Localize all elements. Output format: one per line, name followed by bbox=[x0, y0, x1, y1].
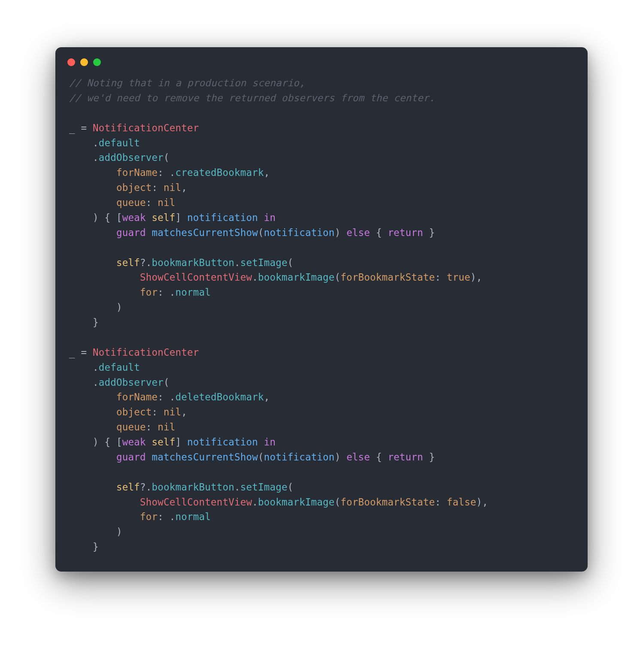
enum-case: normal bbox=[175, 287, 210, 298]
keyword: in bbox=[264, 436, 276, 448]
method: bookmarkImage bbox=[258, 496, 335, 508]
prop: bookmarkButton bbox=[152, 481, 234, 493]
qmark: ? bbox=[140, 481, 146, 493]
type-name: NotificationCenter bbox=[93, 347, 199, 358]
comma: , bbox=[264, 167, 270, 178]
comma: , bbox=[181, 182, 187, 193]
dot: . bbox=[146, 257, 152, 268]
close-brace: } bbox=[93, 317, 99, 328]
enum-case: createdBookmark bbox=[175, 167, 264, 178]
qmark: ? bbox=[140, 257, 146, 268]
param-label: queue bbox=[116, 197, 146, 208]
open-brace: { bbox=[376, 227, 382, 238]
comment-line: // we'd need to remove the returned obse… bbox=[69, 92, 435, 103]
open-paren: ( bbox=[288, 481, 294, 493]
open-bracket: [ bbox=[116, 212, 122, 223]
close-paren: ) bbox=[476, 496, 482, 508]
colon: : bbox=[146, 421, 152, 433]
window-titlebar bbox=[55, 47, 588, 76]
func-call: matchesCurrentShow bbox=[152, 227, 258, 238]
open-paren: ( bbox=[288, 257, 294, 268]
keyword: weak bbox=[122, 212, 146, 223]
colon: : bbox=[146, 197, 152, 208]
colon: : bbox=[158, 287, 164, 298]
self: self bbox=[116, 257, 140, 268]
underscore: _ bbox=[69, 347, 75, 358]
dot: . bbox=[170, 511, 176, 522]
open-paren: ( bbox=[164, 377, 170, 388]
nil: nil bbox=[158, 421, 175, 433]
method: setImage bbox=[240, 257, 288, 268]
eq: = bbox=[75, 122, 93, 133]
param-label: for bbox=[140, 287, 158, 298]
colon: : bbox=[158, 511, 164, 522]
nil: nil bbox=[158, 197, 175, 208]
type-name: ShowCellContentView bbox=[140, 496, 252, 508]
open-brace: { bbox=[105, 212, 111, 223]
arg: notification bbox=[264, 227, 335, 238]
eq: = bbox=[75, 347, 93, 358]
close-paren: ) bbox=[116, 526, 122, 537]
open-paren: ( bbox=[258, 451, 264, 463]
open-brace: { bbox=[105, 436, 111, 448]
close-paren: ) bbox=[116, 302, 122, 313]
dot: . bbox=[170, 167, 176, 178]
comma: , bbox=[476, 272, 482, 283]
dot: . bbox=[93, 377, 99, 388]
comment-line: // Noting that in a production scenario, bbox=[69, 77, 305, 88]
enum-case: deletedBookmark bbox=[175, 391, 264, 403]
colon: : bbox=[435, 272, 441, 283]
keyword: return bbox=[388, 227, 423, 238]
enum-case: normal bbox=[175, 511, 210, 522]
keyword: in bbox=[264, 212, 276, 223]
close-paren: ) bbox=[93, 212, 99, 223]
dot: . bbox=[252, 272, 258, 283]
type-name: NotificationCenter bbox=[93, 122, 199, 133]
nil: nil bbox=[164, 182, 181, 193]
close-brace: } bbox=[429, 227, 435, 238]
close-bracket: ] bbox=[176, 436, 182, 448]
dot: . bbox=[234, 481, 240, 493]
method: addObserver bbox=[99, 377, 164, 388]
comma: , bbox=[482, 496, 488, 508]
zoom-icon[interactable] bbox=[93, 58, 101, 66]
dot: . bbox=[146, 481, 152, 493]
keyword: guard bbox=[116, 227, 146, 238]
identifier: notification bbox=[187, 212, 258, 223]
close-paren: ) bbox=[470, 272, 476, 283]
dot: . bbox=[252, 496, 258, 508]
method: bookmarkImage bbox=[258, 272, 335, 283]
nil: nil bbox=[164, 406, 181, 418]
self: self bbox=[116, 481, 140, 493]
colon: : bbox=[435, 496, 441, 508]
prop: bookmarkButton bbox=[152, 257, 234, 268]
param-label: object bbox=[116, 182, 152, 193]
close-paren: ) bbox=[335, 227, 341, 238]
type-name: ShowCellContentView bbox=[140, 272, 252, 283]
colon: : bbox=[152, 406, 158, 418]
dot: . bbox=[93, 362, 99, 373]
close-paren: ) bbox=[335, 451, 341, 463]
dot: . bbox=[170, 287, 176, 298]
param-label: queue bbox=[116, 421, 146, 433]
open-paren: ( bbox=[335, 272, 341, 283]
bool: false bbox=[447, 496, 476, 508]
code-window: // Noting that in a production scenario,… bbox=[55, 47, 588, 572]
close-brace: } bbox=[429, 451, 435, 463]
minimize-icon[interactable] bbox=[80, 58, 88, 66]
param-label: forName bbox=[116, 167, 158, 178]
prop: default bbox=[99, 137, 140, 148]
code-block: // Noting that in a production scenario,… bbox=[55, 76, 588, 554]
arg: notification bbox=[264, 451, 335, 463]
bool: true bbox=[447, 272, 470, 283]
keyword: else bbox=[346, 227, 370, 238]
close-icon[interactable] bbox=[67, 58, 75, 66]
identifier: notification bbox=[187, 436, 258, 448]
open-paren: ( bbox=[258, 227, 264, 238]
dot: . bbox=[93, 137, 99, 148]
open-bracket: [ bbox=[116, 436, 122, 448]
close-brace: } bbox=[93, 541, 99, 552]
keyword: return bbox=[388, 451, 423, 463]
param-label: forBookmarkState bbox=[340, 272, 435, 283]
self: self bbox=[152, 436, 176, 448]
